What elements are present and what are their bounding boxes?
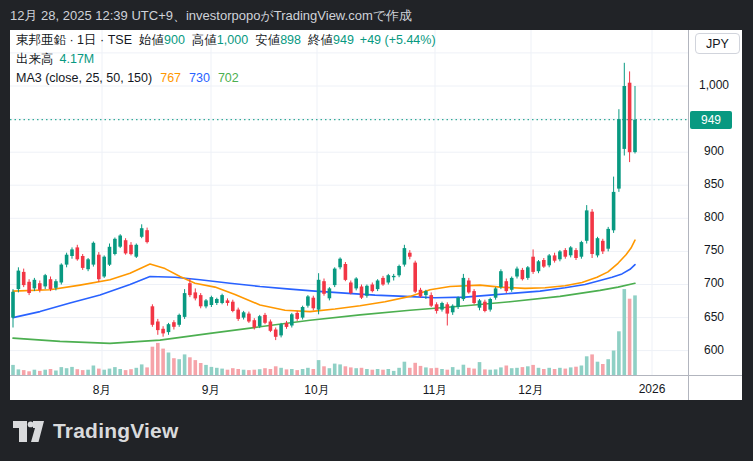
low-label: 安値 — [255, 33, 280, 47]
time-axis-separator — [10, 375, 742, 376]
symbol-title[interactable]: 東邦亜鉛 · 1日 · TSE — [16, 33, 132, 47]
time-tick: 11月 — [405, 382, 465, 399]
low-value: 898 — [280, 33, 301, 47]
price-tick: 750 — [688, 243, 740, 257]
price-tick: 650 — [688, 310, 740, 324]
time-tick: 2026 — [622, 382, 682, 396]
ma50-value: 730 — [189, 71, 210, 85]
price-tick: 900 — [688, 144, 740, 158]
price-tick: 1,000 — [688, 78, 740, 92]
price-tick: 800 — [688, 210, 740, 224]
change-value: +49 (+5.44%) — [360, 33, 436, 47]
attribution-text: 12月 28, 2025 12:39 UTC+9、investorpopoがTr… — [10, 7, 412, 25]
time-tick: 12月 — [501, 382, 561, 399]
high-label: 高値 — [192, 33, 217, 47]
tradingview-snapshot: 12月 28, 2025 12:39 UTC+9、investorpopoがTr… — [0, 0, 753, 461]
time-tick: 10月 — [287, 382, 347, 399]
ma150-value: 702 — [218, 71, 239, 85]
close-label: 終値 — [308, 33, 333, 47]
attribution-bar: 12月 28, 2025 12:39 UTC+9、investorpopoがTr… — [0, 0, 753, 30]
legend-ma-row[interactable]: MA3 (close, 25, 50, 150)767730702 — [16, 69, 436, 88]
price-tick: 700 — [688, 276, 740, 290]
currency-button[interactable]: JPY — [695, 33, 740, 54]
price-tick: 600 — [688, 343, 740, 357]
high-value: 1,000 — [217, 33, 248, 47]
tradingview-logo-icon — [13, 421, 44, 442]
ma25-value: 767 — [160, 71, 181, 85]
volume-value: 4.17M — [60, 52, 95, 66]
time-tick: 9月 — [181, 382, 241, 399]
tradingview-logo[interactable]: TradingView — [13, 420, 179, 442]
open-value: 900 — [164, 33, 185, 47]
legend-volume-row[interactable]: 出来高4.17M — [16, 50, 436, 69]
open-label: 始値 — [139, 33, 164, 47]
last-price-badge: 949 — [690, 111, 732, 129]
tradingview-logo-text: TradingView — [53, 420, 179, 442]
price-tick: 850 — [688, 177, 740, 191]
volume-label: 出来高 — [16, 52, 54, 66]
chart-legend: 東邦亜鉛 · 1日 · TSE始値900高値1,000安値898終値949+49… — [16, 31, 436, 88]
time-tick: 8月 — [72, 382, 132, 399]
legend-ohlc-row[interactable]: 東邦亜鉛 · 1日 · TSE始値900高値1,000安値898終値949+49… — [16, 31, 436, 50]
close-value: 949 — [333, 33, 354, 47]
ma-label: MA3 (close, 25, 50, 150) — [16, 71, 152, 85]
